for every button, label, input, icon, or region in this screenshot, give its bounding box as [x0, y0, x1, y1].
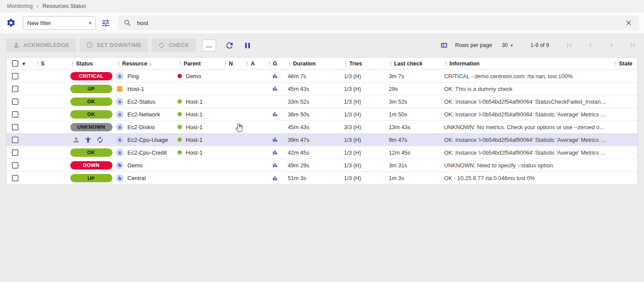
row-checkbox[interactable] [12, 149, 18, 156]
bar-chart-icon[interactable] [271, 149, 279, 156]
breadcrumb-separator-icon: › [36, 3, 38, 9]
row-checkbox[interactable] [12, 124, 18, 130]
clear-search-button[interactable] [624, 18, 633, 28]
bar-chart-icon[interactable] [271, 175, 279, 182]
row-checkbox[interactable] [12, 86, 18, 92]
duration-cell: 36m 50s [285, 108, 341, 120]
breadcrumb-resources-status[interactable]: Resources Status [43, 3, 86, 9]
table-row[interactable]: UPhCentral51m 3s1/3 (H)1m 3sOK - 10.25.8… [7, 172, 637, 184]
table-row[interactable]: sEc2-Cpu-UsageHost-139m 47s1/3 (H)9m 47s… [7, 134, 637, 146]
last-page-button[interactable] [627, 40, 638, 51]
pause-button[interactable] [242, 40, 253, 51]
column-header-tries[interactable]: ⋮Tries [341, 58, 386, 69]
check-button[interactable]: CHECK [152, 39, 195, 52]
information-cell: OK: This is a dummy check [441, 83, 611, 95]
resources-table: ▾⋮S⋮Status⋮Resource↓⋮Parent⋮N⋮A⋮G⋮Durati… [6, 57, 638, 185]
column-header-information[interactable]: ⋮Information [441, 58, 611, 69]
bar-chart-icon[interactable] [271, 111, 279, 118]
row-checkbox[interactable] [12, 98, 18, 105]
column-options-icon[interactable]: ⋮ [177, 60, 182, 67]
table-row[interactable]: OKsEc2-Cpu-CreditHost-142m 45s1/3 (H)12m… [7, 146, 637, 159]
status-cell: UNKNOWN [68, 121, 114, 133]
bar-chart-icon[interactable] [271, 136, 279, 143]
column-header-a[interactable]: ⋮A [243, 58, 265, 69]
column-header-state[interactable]: ⋮State [611, 58, 637, 69]
select-all-checkbox[interactable] [12, 60, 18, 67]
parent-cell: Host-1 [176, 121, 221, 133]
column-header-parent[interactable]: ⋮Parent [176, 58, 221, 69]
information-cell: CRITICAL - demo.centreon.com: rta nan, l… [441, 70, 611, 83]
header-select-cell: ▾ [7, 58, 33, 69]
row-checkbox[interactable] [12, 137, 18, 143]
row-checkbox[interactable] [12, 175, 18, 181]
column-header-resource[interactable]: ⋮Resource↓ [114, 58, 176, 69]
column-header-n[interactable]: ⋮N [221, 58, 243, 69]
column-header-s[interactable]: ⋮S [33, 58, 68, 69]
bar-chart-icon[interactable] [271, 162, 279, 169]
column-options-icon[interactable]: ⋮ [388, 60, 393, 67]
table-row[interactable]: UNKNOWNsEc2-DiskioHost-145m 43s3/3 (H)13… [7, 121, 637, 134]
column-options-icon[interactable]: ⋮ [343, 60, 348, 67]
column-options-icon[interactable]: ⋮ [245, 60, 250, 67]
graph-cell [265, 172, 285, 184]
column-options-icon[interactable]: ⋮ [116, 60, 121, 67]
table-row[interactable]: OKsEc2-NetworkHost-136m 50s1/3 (H)1m 50s… [7, 108, 637, 121]
row-checkbox[interactable] [12, 111, 18, 118]
resource-cell: sPing [114, 70, 176, 82]
column-options-icon[interactable]: ⋮ [267, 60, 271, 67]
select-rows-dropdown-icon[interactable]: ▾ [22, 61, 25, 67]
column-options-icon[interactable]: ⋮ [70, 60, 75, 67]
last-check-cell: 1m 3s [386, 172, 441, 184]
filter-select[interactable]: New filter ▾ [23, 16, 96, 30]
select-cell [7, 70, 33, 82]
search-input[interactable] [137, 20, 619, 26]
bar-chart-icon[interactable] [271, 72, 279, 80]
column-options-icon[interactable]: ⋮ [287, 60, 292, 67]
row-checkbox[interactable] [12, 73, 18, 80]
notification-cell [221, 159, 243, 171]
column-header-duration[interactable]: ⋮Duration [285, 58, 341, 69]
resource-cell: sEc2-Status [114, 95, 176, 108]
column-label-g: G [273, 61, 277, 67]
status-cell: DOWN [68, 159, 114, 171]
last-check-cell: 9m 47s [386, 134, 441, 146]
bar-chart-icon[interactable] [271, 85, 279, 92]
more-actions-button[interactable]: … [202, 40, 216, 51]
table-row[interactable]: UPHost-145m 43s1/3 (H)29sOK: This is a d… [7, 83, 637, 95]
refresh-button[interactable] [224, 40, 235, 51]
rows-per-page-select[interactable]: 30 ▾ [502, 42, 513, 48]
column-label-parent: Parent [184, 61, 201, 67]
row-checkbox[interactable] [12, 162, 18, 169]
filter-tune-button[interactable] [100, 18, 111, 29]
filter-settings-button[interactable] [5, 17, 17, 29]
table-row[interactable]: DOWNhDemo49m 29s1/3 (H)3m 31sUNKNOWN: Ne… [7, 159, 637, 172]
first-page-button[interactable] [564, 40, 575, 51]
search-box[interactable] [118, 16, 639, 30]
breadcrumb-monitoring[interactable]: Monitoring [7, 3, 33, 9]
next-page-button[interactable] [606, 40, 617, 51]
parent-status-dot [177, 125, 182, 129]
acknowledged-cell [243, 172, 265, 184]
chevron-left-icon [586, 41, 595, 50]
resource-cell: hDemo [114, 159, 176, 171]
column-header-status[interactable]: ⋮Status [68, 58, 114, 69]
parent-name: Host-1 [186, 111, 203, 118]
column-options-icon[interactable]: ⋮ [35, 60, 40, 67]
tries-cell: 1/3 (H) [341, 95, 386, 108]
column-options-icon[interactable]: ⋮ [223, 60, 228, 67]
column-header-last_check[interactable]: ⋮Last check [386, 58, 441, 69]
acknowledge-button[interactable]: ACKNOWLEDGE [6, 39, 76, 52]
set-downtime-button[interactable]: SET DOWNTIME [80, 39, 148, 52]
parent-cell: Demo [176, 70, 221, 82]
severity-cell [33, 83, 68, 95]
table-row[interactable]: OKsEc2-StatusHost-133m 52s1/3 (H)3m 52sO… [7, 95, 637, 108]
column-options-icon[interactable]: ⋮ [613, 60, 618, 67]
severity-cell [33, 95, 68, 108]
edit-columns-button[interactable] [439, 40, 449, 51]
previous-page-button[interactable] [585, 40, 596, 51]
table-row[interactable]: CRITICALsPingDemo48m 7s1/3 (H)3m 7sCRITI… [7, 70, 637, 83]
column-options-icon[interactable]: ⋮ [443, 60, 448, 67]
parent-name: Host-1 [186, 124, 203, 130]
status-cell: OK [68, 146, 114, 159]
column-header-g[interactable]: ⋮G [265, 58, 285, 69]
